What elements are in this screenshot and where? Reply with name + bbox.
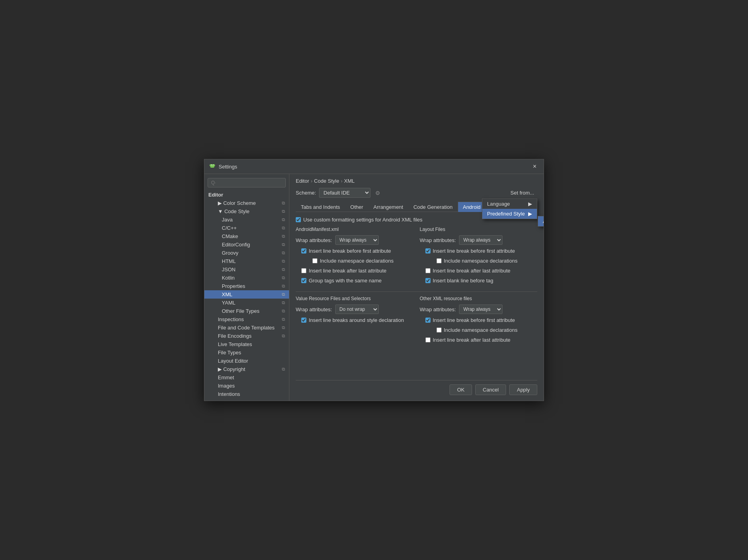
layout-cb3-label: Insert line break after last attribute (433, 268, 511, 274)
sidebar-item-copyright[interactable]: ▶ Copyright ⧉ (204, 365, 289, 373)
sidebar-item-java[interactable]: Java ⧉ (204, 216, 289, 224)
use-custom-checkbox[interactable] (296, 217, 301, 222)
manifest-cb3[interactable] (301, 268, 306, 273)
manifest-cb4[interactable] (301, 278, 306, 283)
manifest-cb2-label: Include namespace declarations (320, 258, 393, 264)
layout-cb4-label: Insert blank line before tag (433, 278, 493, 284)
layout-cb3[interactable] (425, 268, 431, 273)
sidebar-item-json[interactable]: JSON ⧉ (204, 265, 289, 274)
sidebar-item-groovy[interactable]: Groovy ⧉ (204, 249, 289, 257)
two-column-layout-2: Value Resource Files and Selectors Wrap … (296, 296, 537, 347)
other-xml-cb2-row: Include namespace declarations (425, 327, 538, 333)
layout-files-section: Layout Files Wrap attributes: Wrap alway… (420, 227, 538, 288)
copy-icon-properties: ⧉ (282, 284, 285, 289)
other-xml-wrap-row: Wrap attributes: Wrap always Do not wrap (420, 305, 538, 314)
layout-cb1[interactable] (425, 248, 431, 254)
copy-icon-copyright: ⧉ (282, 367, 285, 372)
sidebar-section-editor[interactable]: Editor (204, 191, 289, 199)
sidebar-item-intentions[interactable]: Intentions (204, 390, 289, 398)
value-cb1[interactable] (301, 318, 306, 323)
bottom-buttons: OK Cancel Apply (296, 380, 537, 397)
sidebar-item-emmet[interactable]: Emmet (204, 373, 289, 382)
title-bar: Settings × (204, 159, 544, 174)
manifest-cb1-label: Insert line break before first attribute (309, 248, 391, 254)
sidebar-item-kotlin[interactable]: Kotlin ⧉ (204, 274, 289, 282)
svg-point-4 (213, 165, 213, 165)
settings-dialog: Settings × Editor ▶ Color Scheme ⧉ ▼ Cod… (204, 159, 544, 401)
copy-icon-java: ⧉ (282, 217, 285, 222)
submenu-item-android[interactable]: Android (538, 216, 544, 226)
tab-code-generation[interactable]: Code Generation (408, 202, 458, 212)
sidebar-item-code-style[interactable]: ▼ Code Style ⧉ (204, 207, 289, 216)
sidebar-item-other-file-types[interactable]: Other File Types ⧉ (204, 307, 289, 315)
sidebar-item-yaml[interactable]: YAML ⧉ (204, 299, 289, 307)
sidebar-item-properties[interactable]: Properties ⧉ (204, 282, 289, 290)
scheme-select[interactable]: Default IDE (319, 188, 370, 198)
set-from-popup: Language ▶ Predefined Style ▶ Android (482, 199, 537, 219)
layout-files-wrap-select[interactable]: Wrap always Do not wrap (459, 235, 502, 245)
layout-cb3-row: Insert line break after last attribute (425, 268, 538, 274)
copy-icon-inspections: ⧉ (282, 317, 285, 322)
sidebar-item-images[interactable]: Images (204, 382, 289, 390)
copy-icon-json: ⧉ (282, 267, 285, 272)
ok-button[interactable]: OK (450, 384, 472, 395)
copy-icon-color-scheme: ⧉ (282, 201, 285, 206)
other-xml-cb1-row: Insert line break before first attribute (425, 317, 538, 323)
svg-point-3 (211, 165, 212, 165)
wrap-attr-label-manifest: Wrap attributes: (296, 237, 332, 243)
apply-button[interactable]: Apply (509, 384, 537, 395)
other-xml-cb2-label: Include namespace declarations (444, 327, 518, 333)
wrap-attr-label-other-xml: Wrap attributes: (420, 306, 456, 312)
manifest-cb1-row: Insert line break before first attribute (301, 248, 414, 254)
main-content: Editor › Code Style › XML Scheme: Defaul… (289, 174, 544, 401)
tab-other[interactable]: Other (345, 202, 368, 212)
sidebar-item-xml[interactable]: XML ⧉ (204, 290, 289, 299)
sidebar-item-html[interactable]: HTML ⧉ (204, 257, 289, 265)
popup-item-language[interactable]: Language ▶ (482, 199, 537, 209)
sidebar-item-file-code-templates[interactable]: File and Code Templates ⧉ (204, 324, 289, 332)
sidebar-item-inspections[interactable]: Inspections ⧉ (204, 315, 289, 324)
sidebar-item-file-types[interactable]: File Types (204, 348, 289, 357)
layout-cb4-row: Insert blank line before tag (425, 278, 538, 284)
tab-android[interactable]: Android (458, 202, 486, 212)
android-tab-content: Use custom formatting settings for Andro… (296, 217, 537, 380)
sidebar-item-cmake[interactable]: CMake ⧉ (204, 232, 289, 240)
layout-cb1-row: Insert line break before first attribute (425, 248, 538, 254)
layout-cb4[interactable] (425, 278, 431, 283)
other-xml-header: Other XML resource files (420, 296, 538, 301)
other-xml-cb1[interactable] (425, 318, 431, 323)
value-resource-wrap-row: Wrap attributes: Do not wrap Wrap always (296, 305, 414, 314)
cancel-button[interactable]: Cancel (475, 384, 506, 395)
layout-cb2[interactable] (436, 258, 442, 263)
android-manifest-wrap-row: Wrap attributes: Wrap always Do not wrap (296, 235, 414, 245)
tab-tabs-indents[interactable]: Tabs and Indents (296, 202, 345, 212)
copy-icon-cmake: ⧉ (282, 234, 285, 239)
other-xml-cb3[interactable] (425, 337, 431, 342)
sidebar-item-live-templates[interactable]: Live Templates (204, 340, 289, 348)
breadcrumb: Editor › Code Style › XML (296, 178, 537, 184)
tab-arrangement[interactable]: Arrangement (368, 202, 408, 212)
value-resource-section: Value Resource Files and Selectors Wrap … (296, 296, 414, 347)
manifest-cb4-label: Group tags with the same name (309, 278, 382, 284)
other-xml-wrap-select[interactable]: Wrap always Do not wrap (459, 305, 502, 314)
sidebar-item-color-scheme[interactable]: ▶ Color Scheme ⧉ (204, 199, 289, 207)
layout-cb2-row: Include namespace declarations (425, 258, 538, 264)
other-xml-cb2[interactable] (436, 327, 442, 333)
gear-button[interactable]: ⚙ (374, 189, 382, 197)
wrap-attr-label-layout: Wrap attributes: (420, 237, 456, 243)
sidebar-item-layout-editor[interactable]: Layout Editor (204, 357, 289, 365)
set-from-button[interactable]: Set from... (507, 188, 537, 197)
sidebar-item-file-encodings[interactable]: File Encodings ⧉ (204, 332, 289, 340)
value-cb1-label: Insert line breaks around style declarat… (309, 317, 404, 323)
manifest-cb2[interactable] (312, 258, 317, 263)
other-xml-cb3-row: Insert line break after last attribute (425, 337, 538, 343)
value-resource-wrap-select[interactable]: Do not wrap Wrap always (335, 305, 379, 314)
android-manifest-wrap-select[interactable]: Wrap always Do not wrap (335, 235, 379, 245)
close-button[interactable]: × (531, 163, 539, 170)
svg-rect-2 (210, 165, 214, 168)
sidebar-item-editorconfig[interactable]: EditorConfig ⧉ (204, 240, 289, 249)
popup-item-predefined-style[interactable]: Predefined Style ▶ Android (482, 209, 537, 219)
manifest-cb1[interactable] (301, 248, 306, 254)
search-input[interactable] (208, 178, 286, 187)
sidebar-item-cpp[interactable]: C/C++ ⧉ (204, 224, 289, 232)
